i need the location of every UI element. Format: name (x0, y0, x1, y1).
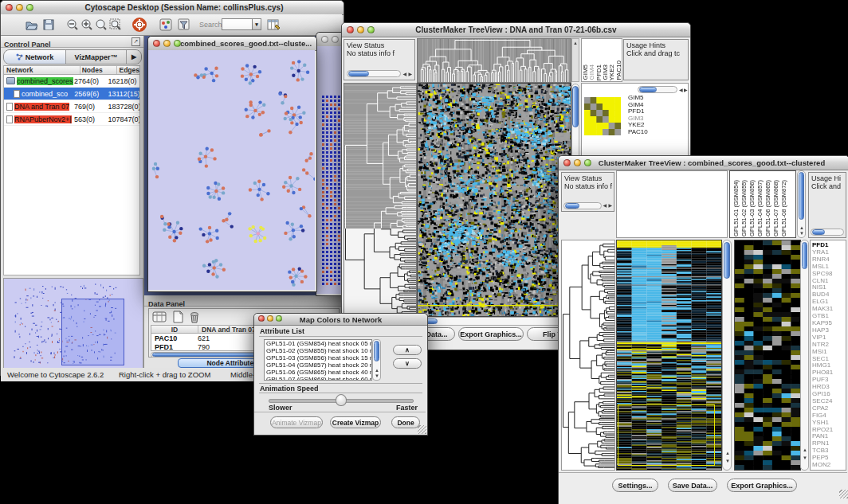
tv2-heatmap[interactable] (616, 240, 722, 471)
tv2-zoom-heatmap[interactable] (734, 240, 801, 471)
network-window-1-title-bar[interactable]: combined_scores_good.txt--cluste... (148, 37, 316, 51)
tv1-column-dendrogram[interactable] (417, 38, 571, 83)
dialog-title-bar[interactable]: Map Colors to Network (254, 314, 427, 326)
annotation-icon[interactable] (159, 18, 172, 31)
search-input[interactable] (222, 18, 253, 30)
tv1-heatmap[interactable] (417, 83, 571, 317)
zoom-button[interactable] (367, 26, 375, 33)
tv2-genes-scroll-up[interactable]: ▲ (803, 447, 807, 452)
treeview2-title-bar[interactable]: ClusterMaker TreeView : combined_scores_… (559, 156, 848, 170)
tv1-row-dendrogram[interactable] (344, 83, 417, 317)
tv2-heatmap-vscrollbar[interactable]: ▲ ▼ (722, 240, 732, 471)
tv1-correlation-matrix[interactable] (584, 97, 621, 135)
tv2-row-dendrogram[interactable] (561, 240, 615, 471)
minimize-button[interactable] (16, 4, 23, 11)
attribute-list-vscrollbar[interactable]: ▲ ▼ (372, 339, 381, 381)
float-panel-icon[interactable]: ↗ (132, 37, 140, 46)
network-list-item[interactable]: combined_sco2569(6)13112(15) (4, 88, 139, 100)
tv2-heat-scroll-up[interactable]: ▲ (725, 451, 730, 455)
save-session-icon[interactable] (42, 18, 55, 31)
column-label[interactable]: GPL51-08 (GSM872) (780, 172, 788, 237)
attribute-list-item[interactable]: GPL51-04 (GSM857) heat shock 20 min (265, 361, 371, 369)
network-view-canvas[interactable] (148, 50, 315, 290)
minimize-button[interactable] (267, 315, 273, 322)
tv2-labels-scroll-down[interactable]: ▼ (799, 231, 804, 236)
attribute-table-icon[interactable] (267, 18, 281, 31)
tv2-status-scroll-left[interactable]: ◀ (603, 203, 607, 208)
tv1-status-scroll-right[interactable]: ▶ (408, 72, 412, 76)
column-label[interactable]: YKE2 (608, 39, 614, 81)
column-label[interactable]: GPL51-02 (GSM855) (740, 172, 748, 237)
animate-vizmap-button[interactable]: Animate Vizmap (270, 416, 323, 428)
column-label[interactable]: GPL51-01 (GSM854) (732, 172, 740, 237)
zoom-selected-icon[interactable] (95, 18, 108, 31)
create-vizmap-button[interactable]: Create Vizmap (330, 416, 381, 428)
tv2-settings-button[interactable]: Settings... (612, 479, 658, 492)
zoom-button[interactable] (584, 159, 591, 166)
network-list-item[interactable]: RNAPuberNov2+|563(0)107847(0) (4, 113, 139, 126)
close-button[interactable] (347, 26, 354, 33)
search-dropdown-arrow[interactable]: ▾ (252, 18, 261, 30)
tv2-genes-scroll-down[interactable]: ▼ (803, 455, 807, 460)
dialog-resize-grip[interactable] (418, 425, 426, 434)
tv2-labels-vscrollbar[interactable]: ▲ ▼ (797, 170, 806, 238)
attribute-list-item[interactable]: GPL51-07 (GSM868) heat shock 60 min (265, 376, 371, 381)
speed-slider-thumb[interactable] (336, 394, 347, 406)
minimize-button[interactable] (357, 26, 364, 33)
move-attribute-down-button[interactable]: ∨ (393, 358, 422, 369)
close-button[interactable] (321, 36, 328, 43)
zoom-button[interactable] (26, 4, 33, 11)
tv2-hints-scrollbar[interactable] (811, 229, 844, 236)
open-session-icon[interactable] (25, 18, 38, 31)
column-label[interactable]: GPL51-03 (GSM856) (748, 172, 756, 237)
column-label[interactable]: GPL51-07 (GSM868) (772, 172, 780, 237)
attribute-list-item[interactable]: GPL51-03 (GSM856) heat shock 15 min (265, 354, 371, 361)
attribute-list-item[interactable]: GPL51-06 (GSM865) heat shock 40 min (265, 369, 371, 376)
tv2-status-scrollbar[interactable] (563, 202, 602, 209)
column-label[interactable]: GPL51-06 (GSM865) (764, 172, 772, 237)
main-title-bar[interactable]: Cytoscape Desktop (Session Name: collins… (1, 1, 344, 15)
attribute-list-item[interactable]: GPL51-01 (GSM854) heat shock 05 min (265, 340, 371, 347)
minimize-button[interactable] (163, 40, 171, 47)
tv1-heatmap-hscrollbar[interactable] (404, 317, 570, 326)
move-attribute-up-button[interactable]: ∧ (393, 345, 422, 355)
tv1-hints-scroll-right[interactable]: ▶ (684, 88, 688, 92)
zoom-out-icon[interactable] (66, 18, 79, 31)
minimize-button[interactable] (574, 159, 581, 166)
attr-scroll-up[interactable]: ▲ (375, 368, 379, 373)
minimize-button[interactable] (332, 36, 339, 43)
tab-vizmapper[interactable]: VizMapper™ (66, 50, 127, 64)
close-button[interactable] (153, 40, 160, 47)
column-label[interactable]: GPL51-04 (GSM857) (756, 172, 764, 237)
column-label[interactable]: GIM4 (588, 39, 595, 81)
gene-label[interactable]: PAC10 (628, 129, 648, 136)
tv2-labels-scroll-up[interactable]: ▲ (799, 225, 804, 230)
close-button[interactable] (563, 159, 571, 166)
tv2-export-graphics-button[interactable]: Export Graphics... (727, 479, 797, 492)
tv1-status-scroll-left[interactable]: ◀ (402, 72, 406, 76)
delete-attribute-icon[interactable] (188, 311, 200, 323)
tv1-hints-scrollbar[interactable] (638, 86, 677, 93)
birdseye-view[interactable] (3, 278, 143, 369)
attribute-list-item[interactable]: GPL51-02 (GSM855) heat shock 10 min (265, 347, 371, 354)
tv2-status-scroll-right[interactable]: ▶ (608, 203, 612, 208)
tv2-genes-vscrollbar[interactable]: ▲ ▼ (800, 240, 809, 471)
network-list-item[interactable]: combined_scores2764(0)16218(0) (4, 75, 139, 88)
help-lifering-icon[interactable] (132, 18, 147, 32)
zoom-in-icon[interactable] (80, 18, 93, 31)
zoom-button[interactable] (276, 315, 282, 322)
gene-label[interactable]: MON2 (812, 462, 846, 469)
tv1-export-graphics-button[interactable]: Export Graphics... (458, 327, 524, 341)
tv2-save-data-button[interactable]: Save Data... (668, 479, 717, 492)
tv1-hints-scroll-left[interactable]: ◀ (679, 88, 683, 92)
new-attribute-icon[interactable] (171, 311, 184, 323)
column-label[interactable]: PFD1 (595, 39, 602, 81)
tab-overflow-arrow[interactable]: ▶ (127, 50, 141, 64)
close-button[interactable] (258, 315, 265, 322)
column-label[interactable]: PAC10 (615, 39, 622, 81)
treeview1-title-bar[interactable]: ClusterMaker TreeView : DNA and Tran 07-… (342, 23, 690, 37)
tab-network[interactable]: Network (4, 50, 66, 64)
window-controls[interactable] (6, 4, 33, 11)
close-button[interactable] (6, 4, 13, 11)
tv1-status-scrollbar[interactable] (347, 70, 401, 77)
